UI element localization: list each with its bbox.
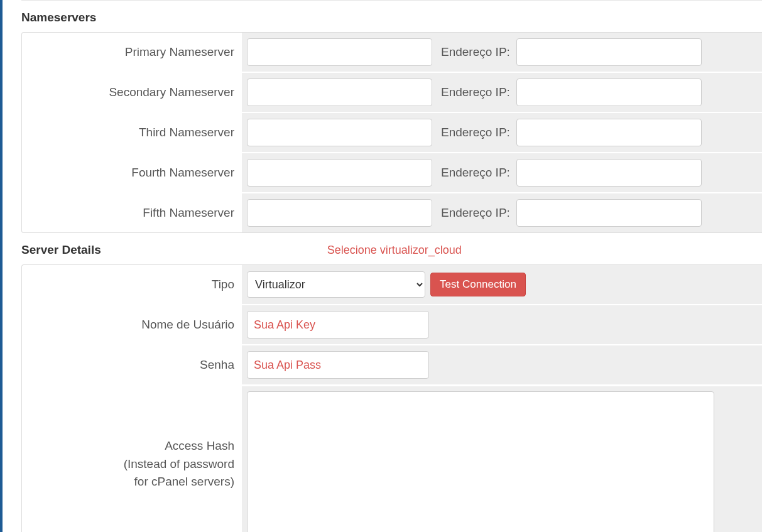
ip-input-fifth[interactable] <box>516 199 702 227</box>
type-row: Tipo Virtualizor Test Connection <box>22 265 762 305</box>
ip-label-fifth: Endereço IP: <box>441 206 510 220</box>
ns-row-fourth: Fourth Nameserver Endereço IP: <box>22 153 762 193</box>
ip-input-secondary[interactable] <box>516 79 702 106</box>
test-connection-button[interactable]: Test Connection <box>430 273 526 296</box>
access-hash-textarea[interactable] <box>247 391 714 532</box>
password-row: Senha <box>22 345 762 386</box>
username-label: Nome de Usuário <box>22 318 242 332</box>
ip-label-fourth: Endereço IP: <box>441 166 510 180</box>
access-hash-row: Access Hash (Instead of password for cPa… <box>22 386 762 532</box>
nameservers-title: Nameservers <box>21 11 762 24</box>
nameservers-panel: Primary Nameserver Endereço IP: Secondar… <box>21 32 762 233</box>
ip-input-primary[interactable] <box>516 38 702 66</box>
ns-input-fifth[interactable] <box>247 199 432 227</box>
access-hash-label-1: Access Hash <box>22 437 234 455</box>
top-divider <box>21 0 762 1</box>
username-input[interactable] <box>247 311 429 339</box>
ns-label-fourth: Fourth Nameserver <box>22 166 242 180</box>
access-hash-label-3: for cPanel servers) <box>22 473 234 491</box>
ns-input-fourth[interactable] <box>247 159 432 187</box>
ns-label-secondary: Secondary Nameserver <box>22 85 242 99</box>
ns-label-fifth: Fifth Nameserver <box>22 206 242 220</box>
ns-row-primary: Primary Nameserver Endereço IP: <box>22 33 762 73</box>
access-hash-label-2: (Instead of password <box>22 455 234 474</box>
username-row: Nome de Usuário <box>22 305 762 345</box>
ip-label-primary: Endereço IP: <box>441 45 510 59</box>
type-label: Tipo <box>22 278 242 291</box>
server-details-title-row: Server Details Selecione virtualizor_clo… <box>21 243 762 257</box>
access-hash-label: Access Hash (Instead of password for cPa… <box>22 437 242 491</box>
ns-row-fifth: Fifth Nameserver Endereço IP: <box>22 193 762 232</box>
ns-row-third: Third Nameserver Endereço IP: <box>22 113 762 153</box>
ns-row-secondary: Secondary Nameserver Endereço IP: <box>22 73 762 113</box>
password-label: Senha <box>22 358 242 372</box>
ip-input-third[interactable] <box>516 119 702 146</box>
ns-label-primary: Primary Nameserver <box>22 45 242 59</box>
ip-label-third: Endereço IP: <box>441 126 510 139</box>
type-select[interactable]: Virtualizor <box>247 271 425 298</box>
ns-input-primary[interactable] <box>247 38 432 66</box>
server-details-hint: Selecione virtualizor_cloud <box>327 244 762 257</box>
server-details-panel: Tipo Virtualizor Test Connection Nome de… <box>21 264 762 532</box>
password-input[interactable] <box>247 351 429 379</box>
ns-label-third: Third Nameserver <box>22 126 242 139</box>
ns-input-third[interactable] <box>247 119 432 146</box>
server-details-title: Server Details <box>21 243 101 257</box>
ip-label-secondary: Endereço IP: <box>441 85 510 99</box>
ns-input-secondary[interactable] <box>247 79 432 106</box>
ip-input-fourth[interactable] <box>516 159 702 187</box>
